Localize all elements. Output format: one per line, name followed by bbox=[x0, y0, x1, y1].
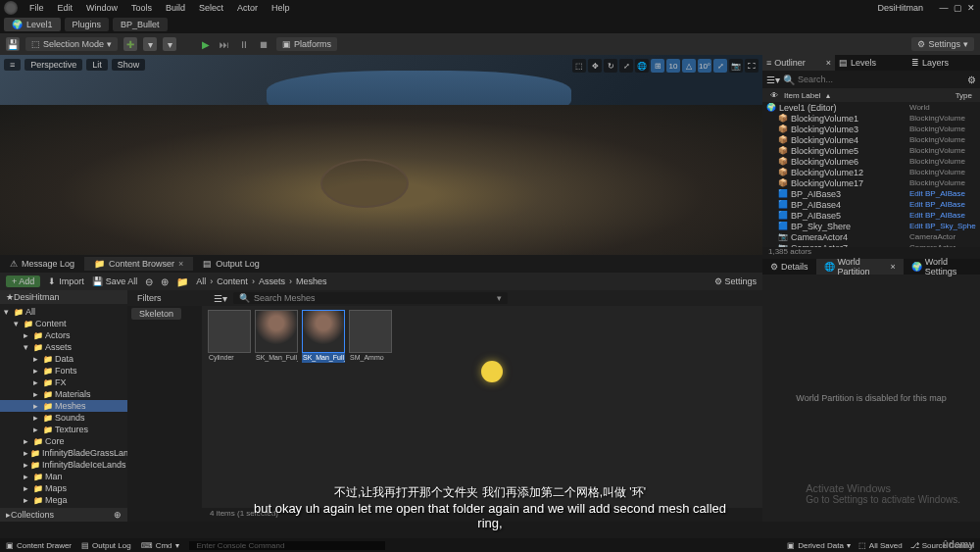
vp-angle-toggle[interactable]: △ bbox=[682, 59, 696, 73]
cb-search-box[interactable]: 🔍 Search Meshes ▾ bbox=[233, 292, 508, 304]
maximize-icon[interactable]: ▢ bbox=[953, 3, 962, 13]
tree-item-content[interactable]: ▾📁 Content bbox=[0, 318, 127, 329]
viewport-lit[interactable]: Lit bbox=[86, 59, 108, 71]
vp-globe-icon[interactable]: 🌐 bbox=[635, 59, 649, 73]
outliner-row[interactable]: 📦BlockingVolume12BlockingVolume bbox=[762, 167, 980, 177]
tab-plugins[interactable]: Plugins bbox=[65, 18, 110, 31]
outliner-row[interactable]: 📷CameraActor4CameraActor bbox=[762, 231, 980, 242]
content-drawer-button[interactable]: ▣Content Drawer bbox=[6, 541, 72, 550]
outliner-row[interactable]: 📦BlockingVolume6BlockingVolume bbox=[762, 156, 980, 167]
add-actor-button[interactable]: ✚ bbox=[123, 37, 137, 51]
tab-layers[interactable]: ≣Layers bbox=[907, 55, 980, 71]
asset-sk_man_full_head[interactable]: SK_Man_Full_Head bbox=[255, 310, 298, 363]
tree-item-all[interactable]: ▾📁 All bbox=[0, 306, 127, 318]
add-collection-icon[interactable]: ⊕ bbox=[114, 510, 122, 520]
viewport-hamburger[interactable]: ≡ bbox=[4, 59, 21, 71]
menu-edit[interactable]: Edit bbox=[58, 3, 74, 13]
viewport[interactable]: ≡ Perspective Lit Show ⬚ ✥ ↻ ⤢ 🌐 ⊞ 10 △ … bbox=[0, 55, 762, 255]
menu-select[interactable]: Select bbox=[199, 3, 223, 13]
tab-close-icon[interactable]: × bbox=[826, 58, 831, 68]
add-button[interactable]: + Add bbox=[6, 276, 40, 287]
derived-data-button[interactable]: ▣Derived Data ▾ bbox=[787, 541, 851, 550]
menu-file[interactable]: File bbox=[29, 3, 44, 13]
outliner-row[interactable]: 📦BlockingVolume1BlockingVolume bbox=[762, 113, 980, 124]
close-icon[interactable]: ✕ bbox=[966, 3, 976, 13]
asset-grid[interactable]: CylinderSK_Man_Full_HeadSK_Man_Full_Head… bbox=[202, 306, 762, 508]
vp-angle-value[interactable]: 10° bbox=[698, 59, 711, 73]
outliner-search-input[interactable] bbox=[798, 75, 964, 84]
outliner-row[interactable]: 📦BlockingVolume3BlockingVolume bbox=[762, 124, 980, 134]
outliner-row[interactable]: 🟦BP_Sky_ShereEdit BP_Sky_Sphe bbox=[762, 221, 980, 231]
vp-scale-toggle[interactable]: ⤢ bbox=[713, 59, 727, 73]
collections-header[interactable]: ▸ Collections ⊕ bbox=[0, 508, 127, 522]
menu-help[interactable]: Help bbox=[271, 3, 290, 13]
skip-button[interactable]: ⏭ bbox=[218, 39, 231, 50]
history-back-icon[interactable]: ⊖ bbox=[145, 276, 153, 287]
user-name[interactable]: DesiHitman bbox=[877, 3, 923, 13]
col-type-label[interactable]: Type bbox=[956, 91, 972, 100]
vp-select-icon[interactable]: ⬚ bbox=[572, 59, 586, 73]
cinematics-button[interactable]: ▾ bbox=[163, 37, 176, 51]
vp-camera-speed[interactable]: 📷 bbox=[729, 59, 743, 73]
selection-mode-dropdown[interactable]: ⬚ Selection Mode ▾ bbox=[25, 37, 118, 51]
menu-build[interactable]: Build bbox=[166, 3, 185, 13]
import-button[interactable]: ⬇Import bbox=[48, 276, 84, 286]
viewport-show[interactable]: Show bbox=[112, 59, 146, 71]
cmd-dropdown[interactable]: ⌨Cmd ▾ bbox=[141, 541, 179, 550]
tree-item-fx[interactable]: ▸📁 FX bbox=[0, 376, 127, 388]
tree-item-materials[interactable]: ▸📁 Materials bbox=[0, 388, 127, 400]
tab-levels[interactable]: ▤Levels bbox=[835, 55, 907, 71]
tab-output-log[interactable]: ▤Output Log bbox=[193, 257, 270, 271]
tree-item-infinitybladeicelands[interactable]: ▸📁 InfinityBladeIceLands bbox=[0, 459, 127, 471]
outliner-row[interactable]: 📦BlockingVolume17BlockingVolume bbox=[762, 177, 980, 188]
eye-icon[interactable]: 👁 bbox=[770, 91, 778, 100]
breadcrumb-all[interactable]: All bbox=[196, 276, 206, 286]
vp-maximize[interactable]: ⛶ bbox=[745, 59, 759, 73]
filter-chip-skeleton[interactable]: Skeleton bbox=[131, 308, 181, 320]
filter-icon[interactable]: ☰▾ bbox=[214, 293, 227, 304]
settings-dropdown[interactable]: ⚙ Settings ▾ bbox=[911, 37, 974, 51]
tree-item-sounds[interactable]: ▸📁 Sounds bbox=[0, 412, 127, 424]
outliner-row[interactable]: 🟦BP_AIBase3Edit BP_AIBase bbox=[762, 188, 980, 199]
save-status[interactable]: ⬚All Saved bbox=[858, 541, 903, 550]
cb-sidebar-header[interactable]: ★ DesiHitman bbox=[0, 290, 127, 304]
asset-sm_ammo[interactable]: SM_Ammo bbox=[349, 310, 392, 363]
tab-details[interactable]: ⚙Details bbox=[762, 259, 816, 275]
folder-tree[interactable]: ▾📁 All▾📁 Content▸📁 Actors▾📁 Assets▸📁 Dat… bbox=[0, 304, 127, 508]
tree-item-actors[interactable]: ▸📁 Actors bbox=[0, 329, 127, 341]
tab-bp-bullet[interactable]: BP_Bullet bbox=[113, 18, 168, 31]
tree-item-textures[interactable]: ▸📁 Textures bbox=[0, 424, 127, 435]
outliner-row[interactable]: 🟦BP_AIBase4Edit BP_AIBase bbox=[762, 199, 980, 210]
gear-icon[interactable]: ⚙ bbox=[967, 75, 976, 85]
cb-settings-button[interactable]: ⚙ Settings bbox=[714, 276, 757, 286]
minimize-icon[interactable]: — bbox=[939, 3, 949, 13]
tab-close-icon[interactable]: × bbox=[178, 259, 183, 269]
tab-content-browser[interactable]: 📁Content Browser× bbox=[84, 257, 193, 271]
tab-message-log[interactable]: ⚠Message Log bbox=[0, 257, 84, 271]
tree-item-data[interactable]: ▸📁 Data bbox=[0, 353, 127, 365]
tab-close-icon[interactable]: × bbox=[890, 262, 895, 272]
tree-item-maps[interactable]: ▸📁 Maps bbox=[0, 482, 127, 494]
tree-item-mega[interactable]: ▸📁 Mega bbox=[0, 494, 127, 506]
breadcrumb-meshes[interactable]: Meshes bbox=[296, 276, 327, 286]
outliner-row[interactable]: 🟦BP_AIBase5Edit BP_AIBase bbox=[762, 210, 980, 221]
tab-level1[interactable]: 🌍 Level1 bbox=[4, 18, 61, 31]
vp-grid-toggle[interactable]: ⊞ bbox=[651, 59, 664, 73]
asset-sk_man_full_head_physicsasset[interactable]: SK_Man_Full_Head_PhysicsAsset bbox=[302, 310, 345, 363]
history-forward-icon[interactable]: ⊕ bbox=[161, 276, 169, 287]
tab-world-settings[interactable]: 🌍World Settings bbox=[904, 259, 980, 275]
tree-item-assets[interactable]: ▾📁 Assets bbox=[0, 341, 127, 353]
menu-tools[interactable]: Tools bbox=[131, 3, 152, 13]
save-all-button[interactable]: 💾Save All bbox=[92, 276, 138, 286]
folder-icon[interactable]: 📁 bbox=[176, 276, 188, 287]
filter-icon[interactable]: ☰▾ bbox=[766, 75, 780, 85]
save-button[interactable]: 💾 bbox=[6, 37, 20, 51]
outliner-row[interactable]: 📦BlockingVolume4BlockingVolume bbox=[762, 134, 980, 145]
outliner-list[interactable]: 🌍Level1 (Editor)World📦BlockingVolume1Blo… bbox=[762, 102, 980, 247]
menu-actor[interactable]: Actor bbox=[237, 3, 258, 13]
breadcrumb-content[interactable]: Content bbox=[217, 276, 248, 286]
platforms-dropdown[interactable]: ▣ Platforms bbox=[276, 37, 337, 51]
vp-scale-icon[interactable]: ⤢ bbox=[619, 59, 633, 73]
outliner-row[interactable]: 🌍Level1 (Editor)World bbox=[762, 102, 980, 113]
tree-item-infinitybladegrasslands[interactable]: ▸📁 InfinityBladeGrassLands bbox=[0, 447, 127, 459]
